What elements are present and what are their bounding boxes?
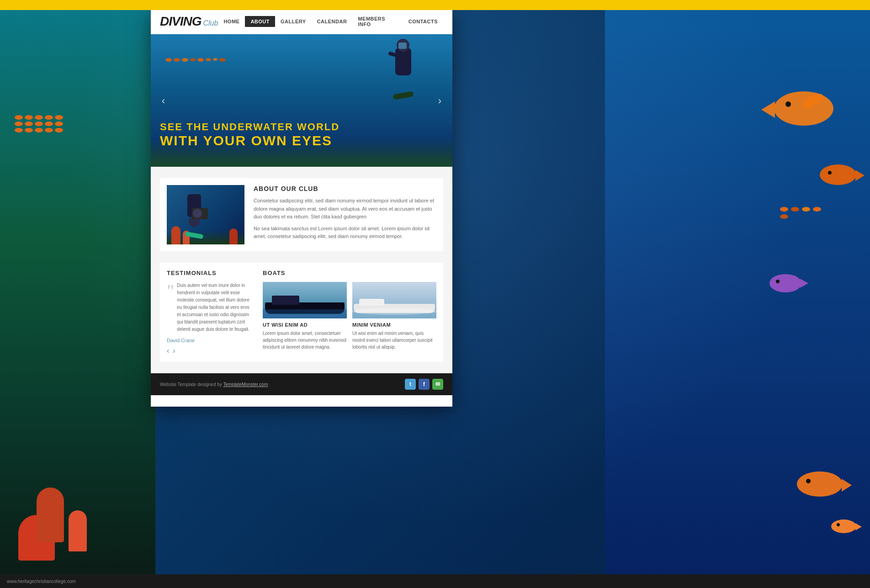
- boat-image-2: [352, 282, 436, 318]
- testimonial-quote: Duis autem vel eum iriure dolor in hendr…: [177, 282, 254, 333]
- about-text-content: ABOUT OUR CLUB Consetetur sadipscing eli…: [254, 185, 436, 244]
- bottom-url-text: www.heritagechristiancollege.com: [7, 579, 76, 584]
- nav-link-gallery[interactable]: GALLERY: [275, 16, 312, 27]
- content-area: ABOUT OUR CLUB Consetetur sadipscing eli…: [151, 167, 452, 373]
- boat-image-1: [263, 282, 347, 318]
- hero-diver: [388, 39, 425, 98]
- testimonial-author[interactable]: David Crane: [167, 338, 254, 343]
- coral-decoration-2: [69, 510, 87, 551]
- medium-fish-right: [820, 164, 856, 185]
- social-email-icon[interactable]: ✉: [432, 379, 443, 390]
- testimonials-content: " Duis autem vel eum iriure dolor in hen…: [167, 282, 254, 355]
- boats-column: BOATS: [263, 270, 436, 355]
- boat-card-2: MINIM VENIAM Ut wisi enim ad minim venia…: [352, 282, 436, 350]
- navigation-bar: DIVING Club HOME ABOUT GALLERY CALENDAR …: [151, 9, 452, 34]
- boats-grid: UT WISI ENIM AD Lorem ipsum dolor amet, …: [263, 282, 436, 350]
- fish-cluster-left: [14, 114, 69, 133]
- testimonial-navigation: ‹ ›: [167, 347, 254, 355]
- nav-link-about[interactable]: ABOUT: [245, 16, 275, 27]
- website-card: DIVING Club HOME ABOUT GALLERY CALENDAR …: [151, 9, 452, 407]
- nav-item-about[interactable]: ABOUT: [245, 16, 275, 27]
- large-fish-right: [774, 91, 833, 126]
- boat-title-1: UT WISI ENIM AD: [263, 322, 347, 328]
- about-title: ABOUT OUR CLUB: [254, 185, 436, 192]
- nav-links: HOME ABOUT GALLERY CALENDAR MEMBERS INFO…: [218, 13, 443, 30]
- nav-link-contacts[interactable]: CONTACTS: [403, 16, 443, 27]
- quote-mark: ": [167, 282, 174, 300]
- nav-link-members[interactable]: MEMBERS INFO: [352, 13, 403, 30]
- hero-line1-highlight: SEE: [160, 121, 183, 132]
- top-bar: [0, 0, 870, 10]
- hero-slider: SEE THE UNDERWATER WORLD WITH YOUR OWN E…: [151, 34, 452, 167]
- nav-link-home[interactable]: HOME: [218, 16, 245, 27]
- coral-decoration-1: [37, 487, 64, 542]
- bg-left-coral: [0, 0, 155, 588]
- bottom-fish-right: [797, 471, 843, 497]
- boat-desc-2: Ut wisi enim ad minim veniam, quis nostr…: [352, 330, 436, 350]
- boat-card-1: UT WISI ENIM AD Lorem ipsum dolor amet, …: [263, 282, 347, 350]
- nav-item-members[interactable]: MEMBERS INFO: [352, 13, 403, 30]
- bottom-bar: www.heritagechristiancollege.com: [0, 574, 870, 588]
- boats-title: BOATS: [263, 270, 436, 276]
- footer-link[interactable]: TemplateMonster.com: [223, 382, 268, 387]
- testimonials-column: TESTIMONIALS " Duis autem vel eum iriure…: [167, 270, 254, 355]
- social-icons: t f ✉: [405, 379, 443, 390]
- site-footer: Website Template designed by TemplateMon…: [151, 373, 452, 395]
- testimonials-title: TESTIMONIALS: [167, 270, 254, 276]
- boat-title-2: MINIM VENIAM: [352, 322, 436, 328]
- logo-club-text: Club: [203, 19, 218, 27]
- nav-link-calendar[interactable]: CALENDAR: [312, 16, 353, 27]
- logo-diving-text: DIVING: [160, 14, 201, 29]
- hero-line2: WITH YOUR OWN EYES: [160, 133, 443, 148]
- footer-text: Website Template designed by TemplateMon…: [160, 382, 268, 387]
- purple-fish: [769, 274, 801, 292]
- hero-line1: SEE THE UNDERWATER WORLD: [160, 121, 443, 133]
- nav-item-home[interactable]: HOME: [218, 16, 245, 27]
- about-paragraph-1: Consetetur sadipscing elitr, sed diam no…: [254, 197, 436, 221]
- social-facebook-icon[interactable]: f: [419, 379, 430, 390]
- slider-prev-button[interactable]: ‹: [155, 93, 171, 109]
- slider-text: SEE THE UNDERWATER WORLD WITH YOUR OWN E…: [160, 121, 443, 148]
- nav-item-contacts[interactable]: CONTACTS: [403, 16, 443, 27]
- logo-area: DIVING Club: [160, 14, 218, 29]
- nav-item-gallery[interactable]: GALLERY: [275, 16, 312, 27]
- hero-fish-group: [164, 57, 233, 63]
- bg-right: [605, 0, 870, 588]
- about-section: ABOUT OUR CLUB Consetetur sadipscing eli…: [160, 178, 443, 251]
- testimonial-prev-button[interactable]: ‹: [167, 347, 169, 355]
- about-paragraph-2: No sea takimata sanctus est Lorem ipsum …: [254, 225, 436, 241]
- boat-desc-1: Lorem ipsum dolor amet, consectetuer adi…: [263, 330, 347, 350]
- nav-item-calendar[interactable]: CALENDAR: [312, 16, 353, 27]
- about-image: [167, 185, 244, 244]
- fish-cluster-right: [779, 206, 824, 220]
- testimonial-next-button[interactable]: ›: [173, 347, 175, 355]
- lower-section: TESTIMONIALS " Duis autem vel eum iriure…: [160, 263, 443, 362]
- slider-next-button[interactable]: ›: [432, 93, 448, 109]
- social-twitter-icon[interactable]: t: [405, 379, 416, 390]
- small-fish-br: [831, 519, 856, 533]
